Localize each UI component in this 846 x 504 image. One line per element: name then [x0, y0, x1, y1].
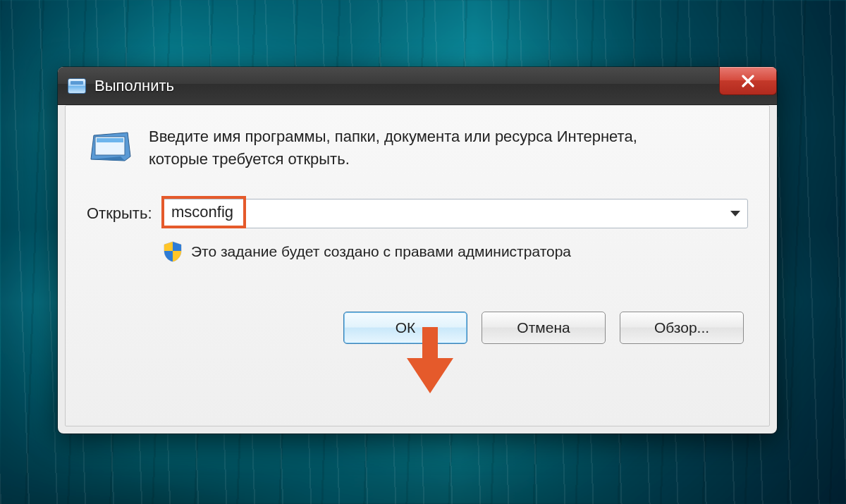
browse-button[interactable]: Обзор... — [620, 312, 744, 344]
chevron-down-icon[interactable] — [730, 211, 740, 216]
command-input-value[interactable]: msconfig — [171, 203, 233, 221]
command-combobox[interactable]: msconfig — [163, 199, 748, 228]
dialog-description: Введите имя программы, папки, документа … — [149, 125, 685, 171]
cancel-button[interactable]: Отмена — [482, 312, 606, 344]
dialog-body: Введите имя программы, папки, документа … — [65, 105, 770, 426]
run-dialog: Выполнить Введите имя программы, папки, … — [58, 67, 777, 434]
highlight-box: msconfig — [161, 196, 246, 228]
admin-note: Это задание будет создано с правами адми… — [191, 243, 571, 260]
titlebar[interactable]: Выполнить — [58, 67, 777, 105]
open-label: Открыть: — [87, 204, 163, 223]
pointer-arrow-icon — [403, 327, 453, 393]
run-dialog-icon — [68, 78, 86, 94]
dialog-title: Выполнить — [94, 77, 174, 95]
close-icon — [741, 75, 755, 87]
uac-shield-icon — [163, 241, 183, 262]
run-program-icon — [90, 128, 132, 165]
close-button[interactable] — [719, 67, 777, 95]
svg-rect-1 — [97, 138, 123, 142]
